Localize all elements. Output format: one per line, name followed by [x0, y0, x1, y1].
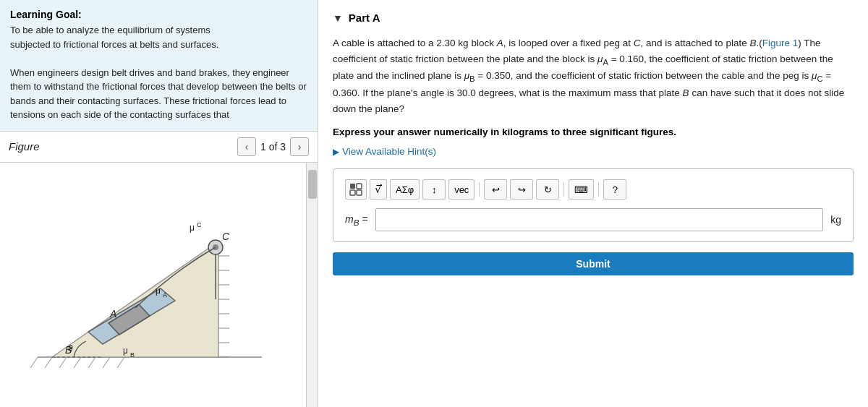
- svg-text:A: A: [163, 291, 167, 299]
- help-icon: ?: [613, 184, 618, 195]
- problem-text: A cable is attached to a 2.30 kg block A…: [333, 35, 854, 116]
- sigma-icon: ΑΣφ: [396, 184, 414, 195]
- svg-text:C: C: [222, 231, 230, 242]
- part-collapse-arrow[interactable]: ▼: [333, 12, 343, 24]
- answer-input[interactable]: [375, 208, 824, 231]
- svg-line-3: [59, 357, 67, 368]
- svg-text:μ: μ: [156, 286, 161, 296]
- learning-goal-paragraph: When engineers design belt drives and ba…: [10, 67, 307, 121]
- learning-goal-line2: subjected to frictional forces at belts …: [10, 39, 218, 50]
- svg-text:θ: θ: [68, 343, 73, 354]
- left-panel: Learning Goal: To be able to analyze the…: [0, 0, 318, 407]
- svg-line-4: [74, 357, 81, 368]
- svg-text:C: C: [197, 221, 202, 228]
- svg-rect-34: [350, 190, 355, 195]
- svg-rect-35: [357, 190, 362, 195]
- redo-button[interactable]: ↪: [510, 179, 533, 200]
- svg-line-5: [88, 357, 95, 368]
- answer-box: √̅ ΑΣφ ↕ vec ↩ ↪ ↻: [333, 168, 854, 242]
- input-label: mB =: [345, 213, 368, 227]
- sigma-button[interactable]: ΑΣφ: [390, 179, 420, 200]
- express-answer: Express your answer numerically in kilog…: [333, 127, 854, 137]
- svg-line-6: [103, 357, 110, 368]
- undo-icon: ↩: [492, 184, 500, 195]
- undo-button[interactable]: ↩: [484, 179, 507, 200]
- figure-svg: A B C μ C μ A μ B θ: [16, 184, 291, 386]
- figure-link[interactable]: Figure 1: [762, 38, 799, 48]
- toolbar: √̅ ΑΣφ ↕ vec ↩ ↪ ↻: [345, 179, 841, 200]
- figure-nav: Figure ‹ 1 of 3 ›: [0, 132, 318, 163]
- learning-goal-title: Learning Goal:: [10, 9, 307, 20]
- svg-text:A: A: [109, 308, 116, 320]
- svg-line-2: [45, 357, 52, 368]
- left-scrollbar[interactable]: [306, 163, 318, 408]
- view-hints[interactable]: ▶ View Available Hint(s): [333, 146, 854, 157]
- redo-icon: ↪: [518, 184, 526, 195]
- keyboard-icon: ⌨: [574, 184, 588, 195]
- svg-rect-33: [357, 184, 362, 189]
- part-header: ▼ Part A: [333, 12, 854, 24]
- learning-goal-section: Learning Goal: To be able to analyze the…: [0, 0, 318, 132]
- input-row: mB = kg: [345, 208, 841, 231]
- figure-area: A B C μ C μ A μ B θ: [0, 163, 306, 408]
- figure-label: Figure: [9, 140, 40, 153]
- scroll-thumb[interactable]: [308, 170, 317, 199]
- matrix-icon: [349, 182, 363, 197]
- matrix-icon-btn[interactable]: [345, 179, 367, 200]
- learning-goal-body: To be able to analyze the equilibrium of…: [10, 23, 307, 122]
- nav-controls: ‹ 1 of 3 ›: [237, 137, 309, 156]
- arrows-button[interactable]: ↕: [422, 179, 446, 200]
- submit-label: Submit: [576, 258, 610, 270]
- svg-rect-32: [350, 184, 355, 189]
- keyboard-button[interactable]: ⌨: [569, 179, 594, 200]
- refresh-button[interactable]: ↻: [536, 179, 559, 200]
- svg-text:B: B: [130, 351, 135, 359]
- help-button[interactable]: ?: [603, 179, 626, 200]
- radical-icon: √̅: [375, 183, 382, 196]
- right-panel: ▼ Part A A cable is attached to a 2.30 k…: [318, 0, 868, 407]
- svg-line-7: [117, 357, 124, 368]
- input-unit: kg: [830, 214, 841, 226]
- svg-line-1: [30, 357, 38, 368]
- part-label: Part A: [349, 12, 380, 24]
- radical-icon-btn[interactable]: √̅: [370, 179, 387, 200]
- figure-prev-button[interactable]: ‹: [237, 137, 256, 156]
- vec-label: vec: [454, 184, 469, 195]
- toolbar-separator3: [598, 182, 599, 197]
- toolbar-separator2: [563, 182, 564, 197]
- arrows-icon: ↕: [432, 184, 437, 195]
- hint-arrow-icon: ▶: [333, 147, 339, 157]
- toolbar-separator: [479, 182, 480, 197]
- refresh-icon: ↻: [544, 184, 552, 195]
- svg-marker-8: [52, 241, 218, 357]
- figure-count: 1 of 3: [260, 141, 286, 153]
- submit-button[interactable]: Submit: [333, 252, 854, 275]
- learning-goal-line1: To be able to analyze the equilibrium of…: [10, 25, 210, 35]
- view-hints-label: View Available Hint(s): [342, 146, 436, 157]
- svg-text:μ: μ: [123, 346, 128, 356]
- svg-text:μ: μ: [190, 223, 195, 233]
- vec-button[interactable]: vec: [448, 179, 475, 200]
- figure-next-button[interactable]: ›: [290, 137, 309, 156]
